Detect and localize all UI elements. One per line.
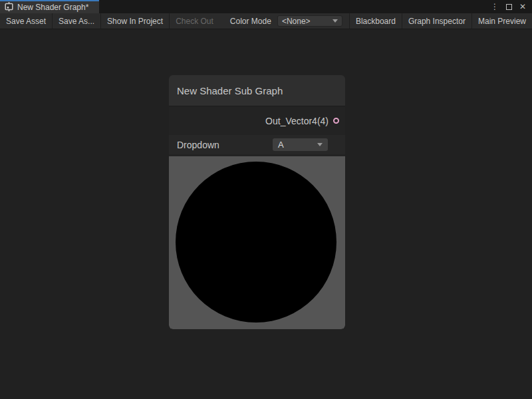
shader-graph-asset-icon	[5, 2, 13, 13]
vector4-output-port-icon[interactable]	[333, 118, 339, 124]
output-port-label: Out_Vector4(4)	[265, 116, 329, 126]
toolbar-spacer	[219, 13, 225, 29]
dropdown-value-selector[interactable]: A	[273, 138, 328, 151]
node-dropdown-row: Dropdown A	[169, 135, 345, 154]
main-preview-toggle-button[interactable]: Main Preview	[471, 13, 532, 29]
color-mode-label: Color Mode	[225, 13, 277, 29]
graph-inspector-toggle-button[interactable]: Graph Inspector	[402, 13, 471, 29]
check-out-button: Check Out	[170, 13, 219, 29]
dropdown-property-label: Dropdown	[177, 140, 219, 150]
shader-preview-sphere	[176, 162, 336, 323]
window-menu-icon[interactable]: ⋮	[491, 3, 499, 11]
window-maximize-icon[interactable]	[506, 4, 512, 10]
node-preview-area[interactable]	[169, 156, 345, 329]
save-as-button[interactable]: Save As...	[53, 13, 101, 29]
shader-graph-toolbar: Save Asset Save As... Show In Project Ch…	[0, 13, 532, 29]
color-mode-value: <None>	[282, 17, 311, 26]
color-mode-dropdown[interactable]: <None>	[277, 15, 342, 27]
node-title: New Shader Sub Graph	[177, 85, 283, 96]
tab-title: New Shader Graph*	[17, 3, 88, 12]
sub-graph-output-node[interactable]: New Shader Sub Graph Out_Vector4(4) Drop…	[169, 75, 345, 329]
dropdown-selected-value: A	[278, 140, 284, 150]
window-tab-bar: New Shader Graph* ⋮ ✕	[0, 0, 532, 13]
window-close-icon[interactable]: ✕	[519, 3, 526, 11]
chevron-down-icon	[317, 143, 323, 146]
window-controls: ⋮ ✕	[491, 0, 532, 13]
blackboard-toggle-button[interactable]: Blackboard	[349, 13, 402, 29]
save-asset-button[interactable]: Save Asset	[0, 13, 53, 29]
node-title-bar[interactable]: New Shader Sub Graph	[169, 75, 345, 106]
show-in-project-button[interactable]: Show In Project	[101, 13, 170, 29]
chevron-down-icon	[332, 19, 338, 23]
node-output-row: Out_Vector4(4)	[169, 106, 345, 135]
tab-new-shader-graph[interactable]: New Shader Graph*	[0, 0, 99, 13]
